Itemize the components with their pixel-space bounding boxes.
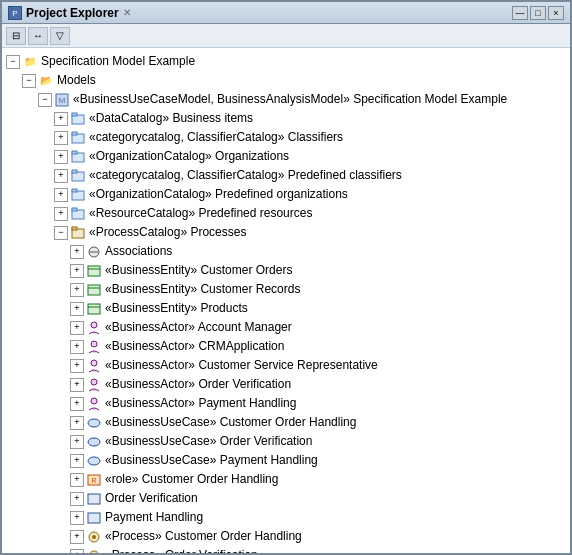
expander-process-coh[interactable]: + (70, 530, 84, 544)
res-catalog-item[interactable]: + «ResourceCatalog» Predefined resources (52, 204, 568, 223)
expander-products[interactable]: + (70, 302, 84, 316)
ph-usecase-item[interactable]: + «BusinessUseCase» Payment Handling (68, 451, 568, 470)
customer-orders-item[interactable]: + «BusinessEntity» Customer Orders (68, 261, 568, 280)
business-actor-icon (86, 320, 102, 336)
expander-ov-plain[interactable]: + (70, 492, 84, 506)
ov-actor-item[interactable]: + «BusinessActor» Order Verification (68, 375, 568, 394)
process-icon (86, 529, 102, 545)
svg-point-25 (91, 341, 97, 347)
svg-point-24 (91, 322, 97, 328)
ph-actor-label: «BusinessActor» Payment Handling (105, 395, 296, 412)
expander-csr[interactable]: + (70, 359, 84, 373)
expander-org-catalog[interactable]: + (54, 150, 68, 164)
svg-rect-22 (88, 304, 100, 314)
svg-rect-5 (72, 132, 77, 135)
svg-rect-34 (88, 494, 100, 504)
expander-ph-plain[interactable]: + (70, 511, 84, 525)
ov-usecase-item[interactable]: + «BusinessUseCase» Order Verification (68, 432, 568, 451)
expander-associations[interactable]: + (70, 245, 84, 259)
plain-icon (86, 510, 102, 526)
role-icon: R (86, 472, 102, 488)
coh-usecase-item[interactable]: + «BusinessUseCase» Customer Order Handl… (68, 413, 568, 432)
expander-res-catalog[interactable]: + (54, 207, 68, 221)
project-tree: − 📁 Specification Model Example − 📂 Mode… (4, 52, 568, 553)
window-tab-indicator: ✕ (123, 7, 131, 18)
maximize-button[interactable]: □ (530, 6, 546, 20)
org-catalog-item[interactable]: + «OrganizationCatalog» Organizations (52, 147, 568, 166)
minimize-button[interactable]: — (512, 6, 528, 20)
expander-cat-classifier[interactable]: + (54, 131, 68, 145)
data-catalog-label: «DataCatalog» Business items (89, 110, 253, 127)
business-actor-icon (86, 396, 102, 412)
expander-cat-predefined[interactable]: + (54, 169, 68, 183)
buc-model-item[interactable]: − M «BusinessUseCaseModel, BusinessAnaly… (36, 90, 568, 109)
models-item[interactable]: − 📂 Models (20, 71, 568, 90)
list-item: − M «BusinessUseCaseModel, BusinessAnaly… (36, 90, 568, 553)
process-ov-item[interactable]: + «Process» Order Verification (68, 546, 568, 553)
process-catalog-item[interactable]: − «ProcessCatalog» Processes (52, 223, 568, 242)
expander-crm-app[interactable]: + (70, 340, 84, 354)
spec-model-label: Specification Model Example (41, 53, 195, 70)
business-actor-icon (86, 377, 102, 393)
customer-orders-label: «BusinessEntity» Customer Orders (105, 262, 292, 279)
csr-item[interactable]: + «BusinessActor» Customer Service Repre… (68, 356, 568, 375)
expander-org-predefined[interactable]: + (54, 188, 68, 202)
data-catalog-item[interactable]: + «DataCatalog» Business items (52, 109, 568, 128)
toolbar-menu-button[interactable]: ▽ (50, 27, 70, 45)
list-item: + «BusinessActor» Payment Handling (68, 394, 568, 413)
list-item: + «ResourceCatalog» Predefined resources (52, 204, 568, 223)
expander-buc[interactable]: − (38, 93, 52, 107)
cat-classifier-item[interactable]: + «categorycatalog, ClassifierCatalog» C… (52, 128, 568, 147)
list-item: + «BusinessActor» Customer Service Repre… (68, 356, 568, 375)
process-coh-item[interactable]: + «Process» Customer Order Handling (68, 527, 568, 546)
process-catalog-label: «ProcessCatalog» Processes (89, 224, 246, 241)
expander-data-catalog[interactable]: + (54, 112, 68, 126)
expander-ph-actor[interactable]: + (70, 397, 84, 411)
models-subtree: − 📂 Models − M (4, 71, 568, 553)
svg-rect-20 (88, 285, 100, 295)
expander-ov-actor[interactable]: + (70, 378, 84, 392)
role-coh-item[interactable]: + R «role» Customer Order Handling (68, 470, 568, 489)
svg-rect-13 (72, 208, 77, 211)
process-ov-label: «Process» Order Verification (105, 547, 258, 553)
process-coh-label: «Process» Customer Order Handling (105, 528, 302, 545)
business-actor-icon (86, 339, 102, 355)
account-manager-item[interactable]: + «BusinessActor» Account Manager (68, 318, 568, 337)
ov-actor-label: «BusinessActor» Order Verification (105, 376, 291, 393)
expander-customer-records[interactable]: + (70, 283, 84, 297)
cat-predefined-item[interactable]: + «categorycatalog, ClassifierCatalog» P… (52, 166, 568, 185)
expander-models[interactable]: − (22, 74, 36, 88)
expander-account-manager[interactable]: + (70, 321, 84, 335)
expander-process-catalog[interactable]: − (54, 226, 68, 240)
package-icon (70, 206, 86, 222)
buc-model-label: «BusinessUseCaseModel, BusinessAnalysisM… (73, 91, 507, 108)
link-editor-button[interactable]: ↔ (28, 27, 48, 45)
expander-ov-usecase[interactable]: + (70, 435, 84, 449)
title-bar-left: P Project Explorer ✕ (8, 6, 131, 20)
expander-process-ov[interactable]: + (70, 549, 84, 554)
list-item: − «ProcessCatalog» Processes (52, 223, 568, 553)
expander-spec-model[interactable]: − (6, 55, 20, 69)
associations-item[interactable]: + Associations (68, 242, 568, 261)
crm-app-item[interactable]: + «BusinessActor» CRMApplication (68, 337, 568, 356)
customer-records-item[interactable]: + «BusinessEntity» Customer Records (68, 280, 568, 299)
close-button[interactable]: × (548, 6, 564, 20)
org-predefined-item[interactable]: + «OrganizationCatalog» Predefined organ… (52, 185, 568, 204)
ph-plain-item[interactable]: + Payment Handling (68, 508, 568, 527)
svg-rect-15 (72, 227, 77, 230)
tree-content[interactable]: − 📁 Specification Model Example − 📂 Mode… (2, 48, 570, 553)
products-item[interactable]: + «BusinessEntity» Products (68, 299, 568, 318)
ph-plain-label: Payment Handling (105, 509, 203, 526)
collapse-all-button[interactable]: ⊟ (6, 27, 26, 45)
list-item: + «BusinessEntity» Customer Orders (68, 261, 568, 280)
expander-role-coh[interactable]: + (70, 473, 84, 487)
expander-customer-orders[interactable]: + (70, 264, 84, 278)
expander-ph-usecase[interactable]: + (70, 454, 84, 468)
ph-actor-item[interactable]: + «BusinessActor» Payment Handling (68, 394, 568, 413)
ov-plain-item[interactable]: + Order Verification (68, 489, 568, 508)
spec-model-item[interactable]: − 📁 Specification Model Example (4, 52, 568, 71)
ov-usecase-label: «BusinessUseCase» Order Verification (105, 433, 312, 450)
expander-coh-usecase[interactable]: + (70, 416, 84, 430)
svg-point-30 (88, 438, 100, 446)
svg-rect-9 (72, 170, 77, 173)
